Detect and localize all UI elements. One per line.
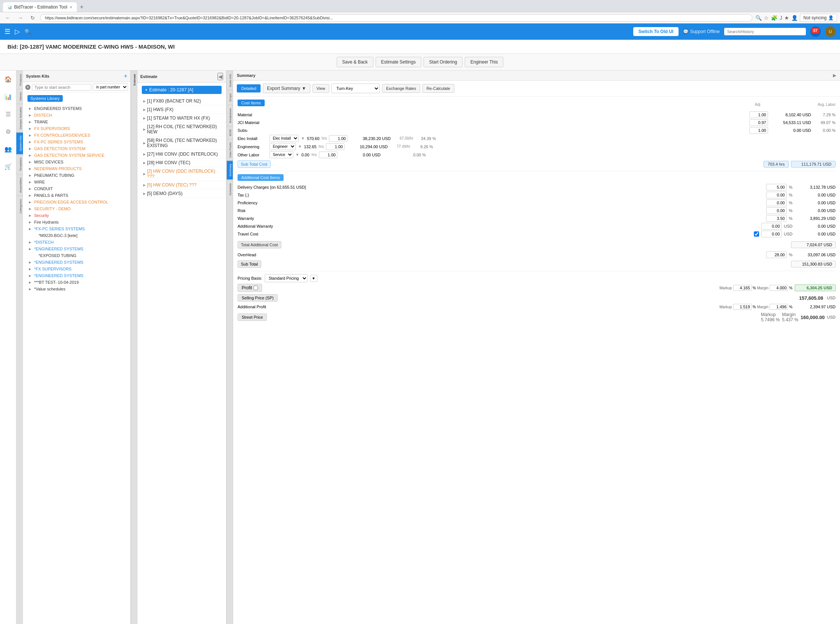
tree-item[interactable]: ▶*ENGINEERED SYSTEMS	[23, 272, 130, 279]
tax-pct-input[interactable]	[766, 192, 786, 198]
tree-item[interactable]: ▶TRANE	[23, 119, 130, 125]
estimate-collapse-button[interactable]: ◀	[217, 73, 223, 80]
profit-markup-input[interactable]	[733, 285, 752, 291]
right-side-tab-node-info[interactable]: Node-Info	[227, 71, 233, 90]
pricing-basis-select[interactable]: Standard Pricing	[265, 274, 308, 282]
not-syncing-button[interactable]: Not syncing 👤	[800, 14, 837, 22]
valves-tab[interactable]: Valves	[16, 89, 23, 103]
estimate-list-item[interactable]: ▶[1] STEAM TO WATER HX (FX)	[137, 114, 226, 122]
tree-item[interactable]: ▶*ENGINEERED SYSTEMS	[23, 259, 130, 266]
tree-item[interactable]: ▶Fire Hydrants	[23, 219, 130, 226]
estimate-list-item[interactable]: ▶[5] HW CONV (TEC) ???	[137, 181, 226, 190]
extension-icon[interactable]: 🧩	[771, 15, 777, 21]
address-bar[interactable]	[40, 14, 752, 22]
search-icon[interactable]: 🔍	[755, 15, 762, 21]
profit-margin-input[interactable]	[769, 285, 788, 291]
tree-item[interactable]: ▶MISC DEVICES	[23, 159, 130, 165]
right-side-tab-data-points[interactable]: Data Points	[227, 139, 233, 161]
engineering-adj-input[interactable]	[326, 144, 344, 150]
tree-item[interactable]: ▶GAS DETECTION SYSTEM SERVICE	[23, 152, 130, 159]
estimate-node[interactable]: ▼ Estimate : 20-1287 [A]	[142, 86, 222, 94]
selling-price-button[interactable]: Selling Price (SP)	[237, 294, 277, 301]
tree-item[interactable]: ▶SECURITY - DEMO	[23, 205, 130, 212]
products-tab[interactable]: Products	[16, 71, 23, 89]
tree-item[interactable]: ▶DISTECH	[23, 112, 130, 119]
jci-material-adj-input[interactable]	[749, 119, 768, 126]
elec-install-adj-input[interactable]	[329, 135, 347, 142]
summary-collapse-button[interactable]: ▶	[833, 73, 836, 78]
detailed-button[interactable]: Detailed	[237, 84, 260, 93]
user-avatar[interactable]: U	[825, 26, 835, 37]
bookmark-icon[interactable]: ☆	[764, 15, 769, 21]
tree-item[interactable]: ▶FX-PC SERIES SYSTEMS	[23, 139, 130, 145]
jira-icon[interactable]: J	[780, 15, 782, 21]
tree-item[interactable]: ▶ENGINEERED SYSTEMS	[23, 105, 130, 112]
tree-item[interactable]: ▶NEDERMAN PRODUCTS	[23, 165, 130, 172]
sidebar-menu-icon[interactable]: ☰	[3, 108, 13, 120]
estimate-list-item[interactable]: ▶[58] RH COIL (TEC NETWORKED) EXISTING	[137, 136, 226, 150]
profit-button[interactable]: Profit	[237, 284, 262, 292]
estimate-settings-button[interactable]: Estimate Settings	[376, 57, 421, 67]
tree-item[interactable]: ▶*ENGINEERED SYSTEMS	[23, 246, 130, 252]
categories-tab[interactable]: Categories	[16, 196, 23, 216]
estimate-list-item[interactable]: ▶[27] HW CONV (DDC INTERLOCK)	[137, 150, 226, 159]
support-button[interactable]: 💬 Support Offline	[683, 29, 720, 34]
tree-item[interactable]: ▶FX SUPERVISORS	[23, 125, 130, 132]
estimate-list-item[interactable]: ▶[1] HWS (FX)	[137, 105, 226, 114]
subs-adj-input[interactable]	[749, 127, 768, 134]
tree-item[interactable]: ▶WIRE	[23, 179, 130, 185]
reload-button[interactable]: ↻	[28, 14, 37, 22]
delivery-charges-pct-input[interactable]	[766, 184, 786, 190]
header-search-icon[interactable]: 🔍	[25, 29, 31, 34]
right-side-tab-schedule[interactable]: Schedule	[227, 180, 233, 198]
tree-item[interactable]: ▶PANELS & PARTS	[23, 192, 130, 199]
view-button[interactable]: View	[313, 84, 330, 93]
overhead-pct-input[interactable]	[766, 252, 786, 258]
estimate-list-item[interactable]: ▶[12] RH COIL (TEC NETWORKED) NEW	[137, 122, 226, 136]
turn-key-select[interactable]: Turn-Key	[331, 83, 380, 93]
exchange-rates-button[interactable]: Exchange Rates	[382, 84, 420, 93]
tree-item[interactable]: ▶*FX SUPERVISORS	[23, 266, 130, 272]
proficiency-pct-input[interactable]	[766, 199, 786, 206]
estimate-side-tab[interactable]: Estimate	[131, 71, 137, 88]
material-adj-input[interactable]	[749, 111, 768, 118]
system-kits-tab[interactable]: System Kits	[16, 132, 23, 154]
tree-item[interactable]: ▶GAS DETECTION SYSTEM	[23, 145, 130, 152]
export-summary-button[interactable]: Export Summary ▼	[263, 83, 310, 93]
right-side-tab-scope[interactable]: Scope	[227, 90, 233, 105]
switch-old-ui-button[interactable]: Switch To Old UI	[633, 27, 678, 36]
tree-item[interactable]: *EXPOSED TUBING	[23, 252, 130, 259]
tree-item[interactable]: ▶Security	[23, 212, 130, 219]
search-history-input[interactable]	[724, 28, 806, 35]
right-side-tab-summary[interactable]: Summary	[227, 161, 233, 179]
total-additional-cost-button[interactable]: Total Additional Cost	[237, 241, 281, 249]
warranty-pct-input[interactable]	[766, 215, 786, 222]
search-clear-button[interactable]: ✕	[25, 85, 31, 90]
search-criteria-dropdown[interactable]: in part number	[93, 83, 128, 91]
additional-warranty-val-input[interactable]	[761, 223, 782, 230]
tree-item[interactable]: *M9220-BGC-3 [kele]	[23, 232, 130, 239]
hamburger-menu[interactable]: ☰	[5, 28, 11, 36]
additional-profit-margin-input[interactable]	[769, 304, 788, 310]
tab-close-button[interactable]: ✕	[69, 5, 72, 9]
profit-checkbox[interactable]	[254, 286, 258, 290]
other-labor-type-select[interactable]: Service	[270, 151, 293, 158]
sidebar-chart-icon[interactable]: 📊	[2, 91, 14, 102]
star-icon[interactable]: ★	[785, 15, 789, 21]
assemblies-tab[interactable]: Assemblies	[16, 174, 23, 196]
estimate-list-item[interactable]: ▶[28] HW CONV (TEC)	[137, 159, 226, 167]
sidebar-cart-icon[interactable]: 🛒	[2, 161, 14, 172]
estimate-list-item[interactable]: ▶[2] HW CONV (DDC INTERLOCK) ???	[137, 167, 226, 181]
sub-total-cost-button[interactable]: Sub Total Cost	[237, 161, 271, 168]
engineer-this-button[interactable]: Engineer This	[465, 57, 503, 67]
estimate-list-item[interactable]: ▶[1] FX80 (BACNET OR N2)	[137, 97, 226, 105]
travel-cost-checkbox[interactable]	[754, 232, 759, 236]
new-tab-button[interactable]: +	[77, 2, 86, 12]
right-side-tab-bom[interactable]: BOM	[227, 126, 233, 139]
tree-item[interactable]: ▶FX CONTROLLERS/DEVICES	[23, 132, 130, 139]
tree-item[interactable]: ▶*Value schedules	[23, 286, 130, 292]
start-ordering-button[interactable]: Start Ordering	[424, 57, 462, 67]
other-labor-adj-input[interactable]	[319, 151, 338, 158]
system-kits-add-button[interactable]: +	[124, 73, 127, 79]
tree-item[interactable]: ▶*FX-PC SERIES SYSTEMS	[23, 226, 130, 232]
